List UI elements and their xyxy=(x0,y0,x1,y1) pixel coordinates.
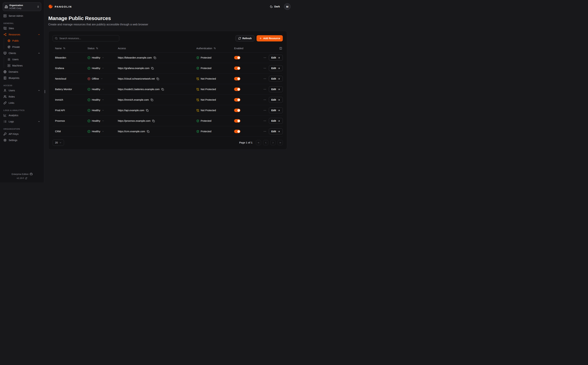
sidebar-item-analytics[interactable]: Analytics xyxy=(3,112,41,119)
sidebar-item-sites[interactable]: Sites xyxy=(3,25,41,31)
copy-icon[interactable] xyxy=(146,109,149,112)
chevron-down-icon xyxy=(102,120,104,122)
prev-page-button[interactable] xyxy=(263,140,268,145)
edit-button[interactable]: Edit xyxy=(269,128,283,134)
resource-url[interactable]: https://node01.batteries.example.com xyxy=(118,88,160,91)
enabled-toggle[interactable] xyxy=(234,119,240,123)
copy-icon[interactable] xyxy=(161,88,164,91)
sidebar-item-roles[interactable]: Roles xyxy=(3,94,41,100)
edit-button[interactable]: Edit xyxy=(269,55,283,61)
enabled-toggle[interactable] xyxy=(234,109,240,112)
sidebar-item-machines[interactable]: Machines xyxy=(3,63,41,69)
ellipsis-icon[interactable] xyxy=(263,56,267,59)
page-size-select[interactable]: 20 xyxy=(53,140,64,146)
edit-button[interactable]: Edit xyxy=(269,97,283,103)
next-page-button[interactable] xyxy=(270,140,275,145)
edit-button[interactable]: Edit xyxy=(269,107,283,113)
ellipsis-icon[interactable] xyxy=(263,130,267,133)
sidebar-item-users[interactable]: Users xyxy=(3,87,41,94)
first-page-button[interactable] xyxy=(256,140,261,145)
copy-icon[interactable] xyxy=(147,130,150,133)
status-cell[interactable]: Healthy xyxy=(88,56,118,59)
ellipsis-icon[interactable] xyxy=(263,67,267,70)
copy-icon[interactable] xyxy=(151,98,153,101)
status-cell[interactable]: Healthy xyxy=(88,88,118,91)
sidebar-item-domains[interactable]: Domains xyxy=(3,69,41,75)
table-row: Immich Healthy https://immich.example.co… xyxy=(53,95,283,105)
ellipsis-icon[interactable] xyxy=(263,77,267,80)
last-page-button[interactable] xyxy=(278,140,283,145)
sidebar-item-clients[interactable]: Clients xyxy=(3,50,41,56)
resource-url[interactable]: https://grafana.example.com xyxy=(118,67,150,70)
ellipsis-icon[interactable] xyxy=(263,109,267,112)
enabled-toggle[interactable] xyxy=(234,66,240,70)
ellipsis-icon[interactable] xyxy=(263,88,267,91)
arrow-right-icon xyxy=(278,56,280,59)
status-cell[interactable]: Healthy xyxy=(88,67,118,70)
edit-button[interactable]: Edit xyxy=(269,76,283,82)
auth-cell: Protected xyxy=(196,56,234,59)
status-cell[interactable]: Offline xyxy=(88,77,118,80)
monitor-up-icon xyxy=(3,52,7,55)
server-icon xyxy=(3,14,7,17)
sidebar-item-logs[interactable]: Logs xyxy=(3,119,41,125)
resource-url[interactable]: https://proxmox.example.com xyxy=(118,119,150,122)
resource-url[interactable]: https://crm.example.com xyxy=(118,130,145,133)
edit-button[interactable]: Edit xyxy=(269,86,283,92)
sidebar-item-client-users[interactable]: Users xyxy=(3,56,41,63)
org-switcher[interactable]: Organization ACME Corp. xyxy=(3,2,41,11)
status-cell[interactable]: Healthy xyxy=(88,109,118,112)
ellipsis-icon[interactable] xyxy=(263,98,267,101)
copy-icon[interactable] xyxy=(157,77,159,80)
section-label-logs-analytics: LOGS & ANALYTICS xyxy=(3,109,41,111)
column-header-access: Access xyxy=(118,47,196,50)
copy-icon[interactable] xyxy=(151,67,154,70)
column-header-name[interactable]: Name xyxy=(55,47,88,50)
search-input[interactable] xyxy=(59,37,117,40)
enabled-toggle[interactable] xyxy=(234,88,240,91)
enabled-toggle[interactable] xyxy=(234,56,240,59)
sidebar-item-resources[interactable]: Resources xyxy=(3,31,41,38)
status-cell[interactable]: Healthy xyxy=(88,98,118,101)
enabled-toggle[interactable] xyxy=(234,98,240,102)
brand[interactable]: PANGOLIN xyxy=(48,4,72,9)
column-visibility-button[interactable] xyxy=(262,47,283,50)
status-cell[interactable]: Healthy xyxy=(88,119,118,122)
sidebar-item-label: Clients xyxy=(9,52,36,55)
copy-icon[interactable] xyxy=(152,120,155,122)
chevron-down-icon xyxy=(101,78,103,80)
avatar[interactable]: M xyxy=(284,3,291,10)
resource-url[interactable]: https://cloud.schwartznetwork.net xyxy=(118,77,155,80)
enabled-toggle[interactable] xyxy=(234,130,240,133)
add-resource-label: Add Resource xyxy=(263,37,280,40)
github-icon[interactable] xyxy=(30,173,32,175)
sidebar-item-settings[interactable]: Settings xyxy=(3,137,41,143)
add-resource-button[interactable]: Add Resource xyxy=(257,35,283,42)
edit-button[interactable]: Edit xyxy=(269,118,283,124)
sidebar-item-links[interactable]: Links xyxy=(3,100,41,106)
enabled-toggle[interactable] xyxy=(234,77,240,80)
column-header-authentication[interactable]: Authentication xyxy=(196,47,234,50)
check-circle-icon xyxy=(88,119,90,122)
status-cell[interactable]: Healthy xyxy=(88,130,118,133)
sidebar-item-label: Users xyxy=(12,58,19,61)
column-header-status[interactable]: Status xyxy=(88,47,118,50)
ellipsis-icon[interactable] xyxy=(263,119,267,122)
arrow-right-icon xyxy=(278,109,280,112)
resource-url[interactable]: https://immich.example.com xyxy=(118,98,149,101)
copy-icon[interactable] xyxy=(154,56,156,59)
sidebar-item-public[interactable]: Public xyxy=(3,38,41,44)
sidebar-item-private[interactable]: Private xyxy=(3,44,41,50)
refresh-button[interactable]: Refresh xyxy=(235,35,254,42)
sidebar-scrollbar-thumb[interactable] xyxy=(45,90,45,93)
chevron-down-icon xyxy=(38,89,40,92)
sidebar-item-blueprints[interactable]: Blueprints xyxy=(3,75,41,81)
theme-toggle[interactable]: Dark xyxy=(270,5,280,8)
resource-url[interactable]: https://bitwarden.example.com xyxy=(118,56,152,59)
edit-button[interactable]: Edit xyxy=(269,65,283,71)
external-link-icon[interactable] xyxy=(25,177,27,179)
sidebar-item-api-keys[interactable]: API Keys xyxy=(3,131,41,137)
arrow-right-icon xyxy=(278,130,280,133)
resource-url[interactable]: https://api.example.com xyxy=(118,109,144,112)
sidebar-item-server-admin[interactable]: Server Admin xyxy=(3,13,41,19)
